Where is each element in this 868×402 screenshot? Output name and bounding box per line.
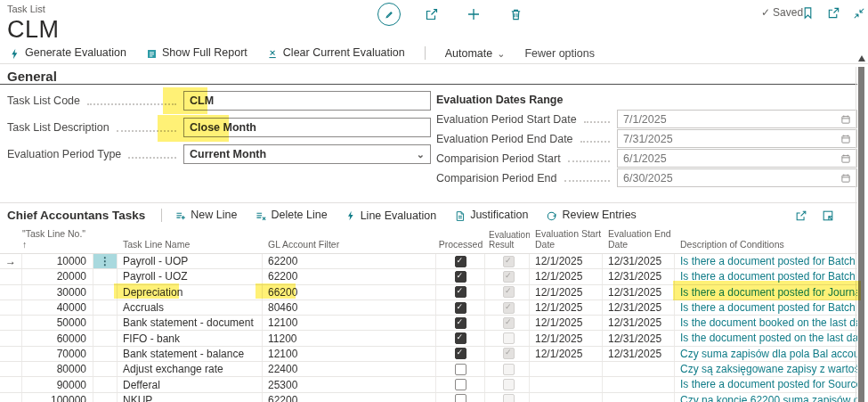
table-row[interactable]: 70000Bank statement - balance1210012/1/2… [0, 347, 857, 362]
evaluation-start-date-cell[interactable]: 12/1/2025 [530, 254, 603, 268]
evaluation-start-date-cell[interactable]: 12/1/2025 [530, 331, 603, 345]
description-link[interactable]: Is the document posted on the last day o… [680, 331, 857, 345]
task-line-no-cell[interactable]: 10000 [22, 254, 93, 268]
evaluation-period-start-date-input[interactable]: 7/1/2025 [617, 110, 857, 128]
task-line-name-cell[interactable]: Accruals [118, 300, 263, 315]
gl-account-filter-cell[interactable]: 12100 [263, 316, 436, 330]
task-line-no-cell[interactable]: 40000 [22, 300, 93, 315]
row-menu-cell[interactable] [93, 393, 118, 402]
evaluation-start-date-cell[interactable] [530, 377, 603, 391]
show-full-report-button[interactable]: Show Full Report [146, 46, 247, 59]
processed-checkbox[interactable] [455, 302, 466, 314]
evaluation-result-header[interactable]: Evaluation Result [485, 230, 530, 253]
evaluation-end-date-cell[interactable]: 12/31/2025 [603, 269, 675, 283]
evaluation-end-date-cell[interactable] [603, 393, 675, 402]
description-of-conditions-cell[interactable]: Czy są zaksięgowane zapisy z wartością E… [675, 362, 857, 376]
task-line-name-cell[interactable]: Payroll - UOZ [118, 269, 263, 283]
description-of-conditions-cell[interactable]: Czy suma zapisów dla pola Bal account i … [675, 347, 857, 361]
calendar-icon[interactable] [840, 172, 851, 185]
review-entries-button[interactable]: Review Entries [546, 209, 636, 221]
gl-account-filter-cell[interactable]: 62200 [263, 269, 436, 283]
clear-current-evaluation-button[interactable]: Clear Current Evaluation [267, 46, 405, 59]
delete-line-button[interactable]: Delete Line [255, 209, 327, 221]
evaluation-end-date-cell[interactable]: 12/31/2025 [603, 347, 675, 361]
table-row[interactable]: 50000Bank statement - document1210012/1/… [0, 316, 857, 331]
description-link[interactable]: Czy suma zapisów dla pola Bal account i … [680, 347, 857, 361]
table-row[interactable]: 90000Defferal25300Is there a document po… [0, 377, 857, 392]
row-menu-cell[interactable] [93, 269, 118, 283]
evaluation-start-date-cell[interactable]: 12/1/2025 [530, 285, 603, 299]
evaluation-end-date-cell[interactable]: 12/31/2025 [603, 254, 675, 268]
evaluation-end-date-cell[interactable]: 12/31/2025 [603, 300, 675, 315]
evaluation-end-date-header[interactable]: Evaluation End Date [603, 228, 675, 253]
gl-account-filter-cell[interactable]: 66200 [263, 285, 436, 299]
processed-header[interactable]: Processed [436, 239, 485, 253]
description-of-conditions-cell[interactable]: Is there a document posted for Batch No.… [675, 269, 857, 283]
row-menu-cell[interactable] [93, 285, 118, 299]
task-line-no-cell[interactable]: 30000 [22, 285, 93, 299]
description-link[interactable]: Is there a document posted for Source co… [680, 377, 857, 391]
processed-checkbox[interactable] [455, 286, 466, 298]
evaluation-end-date-cell[interactable]: 12/31/2025 [603, 316, 675, 330]
description-link[interactable]: Is there a document posted for Batch Nam… [680, 300, 857, 315]
comparison-period-start-input[interactable]: 6/1/2025 [617, 149, 857, 168]
automate-menu[interactable]: Automate ⌄ [445, 47, 506, 60]
vertical-scrollbar[interactable] [858, 67, 864, 402]
description-of-conditions-cell[interactable]: Is the document booked on the last day o… [675, 316, 857, 330]
evaluation-end-date-cell[interactable] [603, 377, 675, 391]
task-line-name-header[interactable]: Task Line Name [118, 239, 263, 253]
evaluation-start-date-cell[interactable] [530, 393, 603, 402]
task-line-no-cell[interactable]: 50000 [22, 316, 93, 330]
evaluation-period-type-select[interactable]: Current Month ⌄ [183, 144, 431, 164]
generate-evaluation-button[interactable]: Generate Evaluation [9, 46, 126, 59]
description-of-conditions-cell[interactable]: Is there a document posted for Batch Nam… [675, 300, 857, 315]
task-line-name-cell[interactable]: Payroll - UOP [118, 254, 263, 268]
justification-button[interactable]: Justification [454, 209, 528, 221]
gl-account-filter-header[interactable]: GL Account Filter [263, 239, 436, 253]
task-line-name-cell[interactable]: Bank statement - document [118, 316, 263, 330]
task-line-no-header[interactable]: "Task Line No." ↑ [22, 228, 93, 253]
description-of-conditions-header[interactable]: Description of Conditions [675, 239, 857, 253]
description-link[interactable]: Is there a document posted for Journal t… [680, 285, 857, 299]
description-of-conditions-cell[interactable]: Czy na koncie 62200 suma zapisów dla wum… [675, 393, 857, 402]
gl-account-filter-cell[interactable]: 62200 [263, 393, 436, 402]
row-menu-cell[interactable] [93, 331, 118, 345]
line-evaluation-button[interactable]: Line Evaluation [345, 209, 436, 222]
gl-account-filter-cell[interactable]: 22400 [263, 362, 436, 376]
open-in-new-window-icon[interactable] [827, 4, 840, 21]
description-of-conditions-cell[interactable]: Is there a document posted for Source co… [675, 377, 857, 391]
bookmark-icon[interactable] [801, 4, 815, 21]
evaluation-start-date-cell[interactable]: 12/1/2025 [530, 300, 603, 315]
description-of-conditions-cell[interactable]: Is there a document posted for Journal t… [675, 285, 857, 299]
evaluation-end-date-cell[interactable]: 12/31/2025 [603, 285, 675, 299]
description-of-conditions-cell[interactable]: Is the document posted on the last day o… [675, 331, 857, 345]
table-row[interactable]: 20000Payroll - UOZ6220012/1/202512/31/20… [0, 269, 857, 284]
description-link[interactable]: Czy na koncie 62200 suma zapisów dla wum… [680, 393, 857, 402]
table-row[interactable]: 40000Accruals8046012/1/202512/31/2025Is … [0, 300, 857, 316]
task-line-no-cell[interactable]: 90000 [22, 377, 93, 391]
processed-checkbox[interactable] [455, 348, 466, 359]
gl-account-filter-cell[interactable]: 80460 [263, 300, 436, 315]
task-list-code-input[interactable]: CLM [183, 91, 431, 111]
evaluation-start-date-header[interactable]: Evaluation Start Date [530, 228, 603, 253]
row-menu-cell[interactable] [93, 362, 118, 376]
tasks-subpage-title[interactable]: Chief Accountans Tasks [7, 209, 145, 222]
processed-checkbox[interactable] [455, 332, 466, 344]
delete-icon[interactable] [505, 4, 526, 25]
gl-account-filter-cell[interactable]: 12100 [263, 347, 436, 361]
row-menu-cell[interactable] [93, 377, 118, 391]
processed-checkbox[interactable] [455, 379, 466, 390]
table-row[interactable]: 60000FIFO - bank1120012/1/202512/31/2025… [0, 331, 857, 346]
processed-checkbox[interactable] [455, 271, 466, 283]
row-menu-cell[interactable] [93, 316, 118, 330]
comparison-period-end-input[interactable]: 6/30/2025 [617, 168, 857, 187]
evaluation-end-date-cell[interactable]: 12/31/2025 [603, 331, 675, 345]
evaluation-start-date-cell[interactable] [530, 362, 603, 376]
evaluation-start-date-cell[interactable]: 12/1/2025 [530, 316, 603, 330]
task-line-no-cell[interactable]: 100000 [22, 393, 93, 402]
row-menu-ellipsis-icon[interactable]: ⋮ [93, 254, 118, 268]
calendar-icon[interactable] [840, 113, 851, 126]
evaluation-start-date-cell[interactable]: 12/1/2025 [530, 347, 603, 361]
processed-checkbox[interactable] [455, 364, 466, 375]
gl-account-filter-cell[interactable]: 25300 [263, 377, 436, 391]
